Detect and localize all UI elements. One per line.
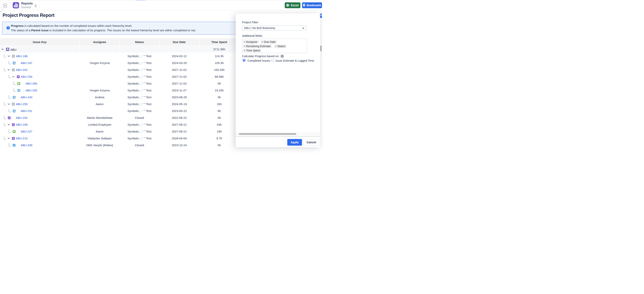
svg-text:?: ?	[282, 55, 282, 57]
svg-text:X: X	[287, 4, 288, 6]
